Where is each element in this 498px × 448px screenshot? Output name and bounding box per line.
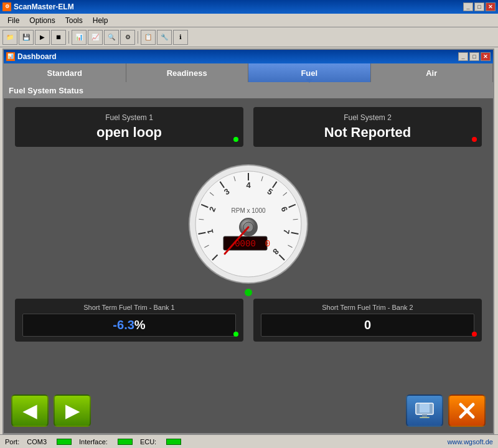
section-header: Fuel System Status [4, 82, 493, 98]
toolbar-btn-8[interactable]: ⚙ [120, 30, 135, 45]
svg-text:4: 4 [246, 180, 251, 190]
fuel-system-1-indicator [233, 137, 238, 142]
menu-file[interactable]: File [2, 15, 24, 26]
fuel-system-1-value: open loop [25, 124, 233, 141]
interface-indicator [118, 439, 133, 445]
toolbar-btn-7[interactable]: 🔍 [104, 30, 119, 45]
menu-help[interactable]: Help [88, 15, 113, 26]
minimize-button[interactable]: _ [463, 2, 473, 11]
dashboard-window: 📊 Dashboard _ □ ✕ Standard Readiness Fue… [2, 49, 494, 434]
monitor-button[interactable] [406, 394, 443, 427]
dashboard-content: Fuel System Status Fuel System 1 open lo… [4, 82, 493, 433]
svg-text:0000: 0000 [235, 239, 256, 249]
fuel-trim-2-value-container: 0 [261, 314, 474, 337]
status-left: Port: COM3 Interface: ECU: [5, 438, 181, 446]
toolbar-btn-2[interactable]: 💾 [19, 30, 34, 45]
toolbar-btn-4[interactable]: ⏹ [51, 30, 66, 45]
status-bar: Port: COM3 Interface: ECU: www.wgsoft.de [0, 434, 498, 448]
forward-arrow-icon: ▶ [65, 401, 79, 421]
toolbar-btn-3[interactable]: ▶ [35, 30, 50, 45]
fuel-trim-1-value-container: -6.3% [22, 314, 236, 337]
nav-right [406, 394, 486, 427]
back-button[interactable]: ◀ [11, 394, 49, 427]
gauge-svg: 1 2 3 4 5 [186, 162, 311, 286]
main-window-title: ScanMaster-ELM [14, 2, 74, 11]
menu-bar: File Options Tools Help [0, 14, 498, 27]
tab-standard[interactable]: Standard [4, 63, 126, 82]
ecu-indicator [166, 439, 181, 445]
svg-text:0: 0 [265, 239, 270, 249]
gauge-indicator [245, 289, 252, 296]
fuel-trim-1-indicator [233, 332, 238, 337]
outer-window: ⚙ ScanMaster-ELM _ □ ✕ File Options Tool… [0, 0, 498, 448]
close-nav-button[interactable] [448, 394, 486, 427]
fuel-trim-2-indicator [472, 332, 477, 337]
svg-text:RPM x 1000: RPM x 1000 [231, 207, 265, 214]
interface-label: Interface: [79, 438, 108, 446]
toolbar-btn-9[interactable]: 📋 [141, 30, 156, 45]
toolbar-sep-2 [138, 31, 138, 44]
fuel-trim-1-value: -6.3% [113, 318, 145, 332]
monitor-icon [415, 402, 435, 419]
dashboard-titlebar-buttons: _ □ ✕ [458, 52, 491, 61]
status-right: www.wgsoft.de [448, 438, 493, 446]
dashboard-title: Dashboard [17, 52, 57, 61]
menu-options[interactable]: Options [24, 15, 60, 26]
dashboard-close[interactable]: ✕ [481, 52, 491, 61]
fuel-system-2-label: Fuel System 2 [263, 113, 472, 122]
toolbar-btn-1[interactable]: 📁 [2, 30, 17, 45]
fuel-system-2-value: Not Reported [263, 124, 472, 141]
toolbar: 📁 💾 ▶ ⏹ 📊 📈 🔍 ⚙ 📋 🔧 ℹ [0, 27, 498, 47]
tab-fuel[interactable]: Fuel [248, 63, 371, 82]
main-titlebar-buttons: _ □ ✕ [463, 2, 496, 11]
toolbar-btn-5[interactable]: 📊 [72, 30, 87, 45]
toolbar-btn-6[interactable]: 📈 [88, 30, 103, 45]
fuel-trim-2-value: 0 [364, 318, 371, 332]
tab-air[interactable]: Air [371, 63, 494, 82]
fuel-trim-1-box: Short Term Fuel Trim - Bank 1 -6.3% [14, 297, 245, 343]
dashboard-titlebar: 📊 Dashboard _ □ ✕ [4, 50, 493, 63]
maximize-button[interactable]: □ [474, 2, 484, 11]
gauge-area: 1 2 3 4 5 [4, 156, 493, 292]
port-label: Port: [5, 438, 19, 446]
dashboard-titlebar-left: 📊 Dashboard [6, 52, 57, 61]
fuel-trim-row: Short Term Fuel Trim - Bank 1 -6.3% Shor… [4, 292, 493, 348]
nav-left: ◀ ▶ [11, 394, 91, 427]
main-titlebar: ⚙ ScanMaster-ELM _ □ ✕ [0, 0, 498, 14]
toolbar-btn-11[interactable]: ℹ [173, 30, 188, 45]
fuel-system-2-box: Fuel System 2 Not Reported [252, 106, 483, 148]
fuel-trim-2-box: Short Term Fuel Trim - Bank 2 0 [252, 297, 483, 343]
fuel-system-1-label: Fuel System 1 [25, 113, 233, 122]
toolbar-btn-10[interactable]: 🔧 [157, 30, 172, 45]
tab-readiness[interactable]: Readiness [126, 63, 249, 82]
bottom-nav: ◀ ▶ [4, 388, 493, 433]
toolbar-sep-1 [68, 31, 69, 44]
fuel-system-1-box: Fuel System 1 open loop [14, 106, 245, 148]
fuel-system-2-indicator [472, 137, 477, 142]
dashboard-minimize[interactable]: _ [458, 52, 468, 61]
rpm-gauge: 1 2 3 4 5 [186, 162, 311, 286]
dashboard-maximize[interactable]: □ [469, 52, 479, 61]
svg-rect-37 [420, 417, 430, 418]
ecu-label: ECU: [140, 438, 156, 446]
svg-rect-35 [420, 404, 430, 413]
forward-button[interactable]: ▶ [54, 394, 91, 427]
close-button[interactable]: ✕ [486, 2, 496, 11]
app-icon: ⚙ [2, 2, 11, 11]
fuel-trim-2-label: Short Term Fuel Trim - Bank 2 [261, 304, 474, 311]
dashboard-icon: 📊 [6, 52, 15, 61]
port-value: COM3 [27, 438, 47, 446]
fuel-systems-row: Fuel System 1 open loop Fuel System 2 No… [4, 98, 493, 156]
main-titlebar-left: ⚙ ScanMaster-ELM [2, 2, 74, 11]
tab-bar: Standard Readiness Fuel Air [4, 63, 493, 82]
close-nav-icon [457, 401, 477, 421]
fuel-trim-1-label: Short Term Fuel Trim - Bank 1 [22, 304, 236, 311]
website: www.wgsoft.de [448, 438, 493, 446]
menu-tools[interactable]: Tools [60, 15, 88, 26]
back-arrow-icon: ◀ [23, 401, 37, 421]
svg-rect-36 [422, 414, 427, 417]
port-indicator [57, 439, 72, 445]
